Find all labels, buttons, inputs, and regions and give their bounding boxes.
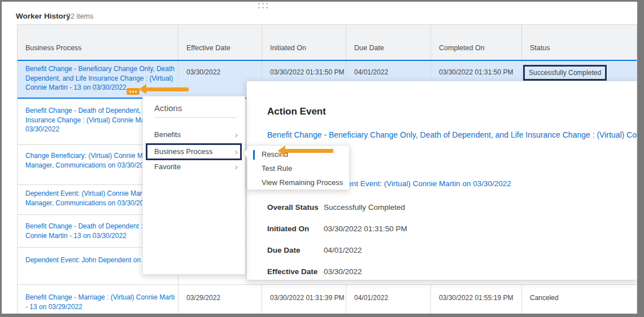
frame-border — [0, 314, 644, 317]
column-header-initiated-on[interactable]: Initiated On — [262, 25, 346, 60]
submenu-item-view-remaining-process[interactable]: View Remaining Process — [247, 177, 349, 189]
field-label: Initiated On — [267, 224, 309, 233]
field-label: Due Date — [267, 246, 301, 254]
submenu-item-rescind[interactable]: Rescind — [247, 148, 349, 161]
menu-item-business-process[interactable]: Business Process › — [154, 146, 238, 157]
chevron-right-icon: › — [235, 161, 238, 173]
effective-date-cell: 03/29/2022 — [179, 285, 262, 314]
action-event-link[interactable]: Benefit Change - Beneficiary Change Only… — [267, 130, 637, 139]
page-title: Worker History — [16, 12, 71, 20]
due-date-cell: 04/01/2022 — [346, 285, 431, 314]
status-highlight-box: Successfully Completed — [523, 65, 607, 81]
menu-item-favorite[interactable]: Favorite › — [154, 161, 238, 173]
actions-menu: Actions Benefits › Business Process › Fa… — [142, 96, 245, 275]
chevron-right-icon: › — [235, 129, 238, 140]
menu-divider — [154, 117, 237, 118]
status-text: Successfully Completed — [529, 69, 601, 77]
business-process-link[interactable]: Benefit Change - Marriage : (Virtual) Co… — [18, 285, 178, 311]
panel-title: Action Event — [267, 106, 326, 117]
field-value: Successfully Completed — [324, 203, 405, 212]
column-header-status[interactable]: Status — [522, 25, 638, 60]
actions-menu-title: Actions — [154, 103, 182, 113]
column-header-effective-date[interactable]: Effective Date — [179, 25, 262, 60]
field-label: Effective Date — [267, 267, 317, 276]
status-cell: Canceled — [522, 285, 638, 314]
worker-history-screen: Worker History 22 items Business Process… — [0, 0, 644, 317]
completed-on-cell: 03/30/2022 01:55:19 PM — [431, 285, 522, 314]
field-label: Overall Status — [267, 203, 319, 212]
initiated-on-cell: 03/30/2022 01:31:39 PM — [262, 285, 346, 314]
status-text: Canceled — [522, 285, 638, 302]
frame-border — [637, 0, 644, 317]
business-process-submenu: Rescind Test Rule View Remaining Process — [247, 145, 350, 190]
submenu-item-test-rule[interactable]: Test Rule — [247, 162, 349, 175]
related-actions-icon[interactable] — [127, 88, 140, 95]
frame-border — [0, 0, 644, 2]
field-value: 03/30/2022 01:31:50 PM — [324, 224, 407, 233]
frame-border — [0, 0, 2, 317]
field-value: 03/30/2022 — [324, 267, 362, 276]
column-header-business-process[interactable]: Business Process — [18, 25, 179, 60]
table-header-row: Business Process Effective Date Initiate… — [18, 25, 637, 60]
business-process-cell: Benefit Change - Beneficiary Change Only… — [18, 61, 179, 98]
chevron-right-icon: › — [235, 146, 238, 157]
column-header-due-date[interactable]: Due Date — [346, 25, 431, 60]
drag-handle-icon[interactable] — [258, 3, 268, 8]
business-process-link[interactable]: Benefit Change - Beneficiary Change Only… — [18, 61, 178, 93]
field-value: 04/01/2022 — [324, 246, 362, 254]
business-process-cell: Benefit Change - Marriage : (Virtual) Co… — [18, 285, 179, 314]
column-header-completed-on[interactable]: Completed On — [431, 25, 522, 60]
table-row: Benefit Change - Marriage : (Virtual) Co… — [18, 284, 637, 314]
items-count: 22 items — [67, 12, 93, 20]
menu-item-benefits[interactable]: Benefits › — [154, 129, 238, 140]
